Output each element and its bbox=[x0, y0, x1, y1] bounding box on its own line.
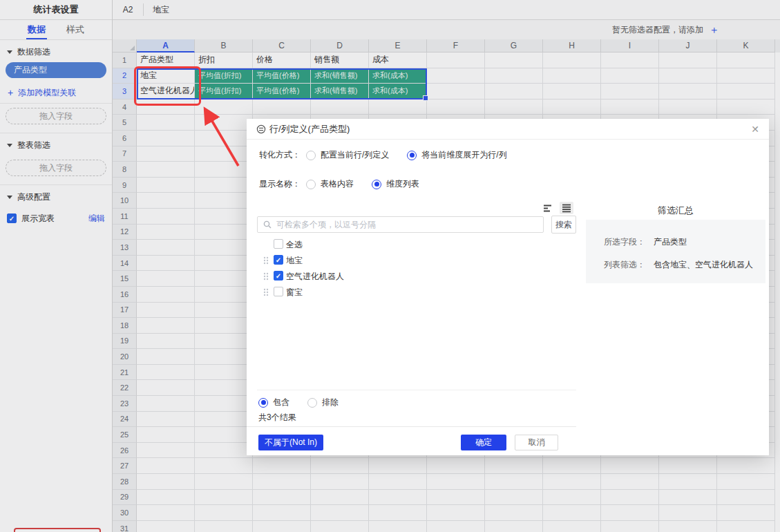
summary-row: 所选字段： 产品类型 bbox=[604, 236, 765, 248]
display-name-label: 显示名称： bbox=[259, 178, 306, 190]
summary-box: 所选字段： 产品类型 列表筛选： 包含地宝、空气进化机器人 bbox=[586, 220, 765, 283]
radio-expand-dimension[interactable]: 将当前维度展开为行/列 bbox=[407, 149, 506, 161]
cancel-button[interactable]: 取消 bbox=[515, 435, 558, 450]
item-label: 窗宝 bbox=[286, 287, 303, 298]
summary-filter-value: 包含地宝、空气进化机器人 bbox=[654, 259, 753, 271]
radio-include[interactable]: 包含 bbox=[258, 397, 289, 408]
select-all-label: 全选 bbox=[286, 239, 303, 251]
divider bbox=[257, 390, 576, 390]
list-item[interactable]: ✓ 地宝 bbox=[257, 252, 576, 268]
list-item[interactable]: ✓ 空气进化机器人 bbox=[257, 268, 576, 284]
radio-table-content[interactable]: 表格内容 bbox=[306, 178, 354, 190]
radio-icon bbox=[307, 398, 317, 408]
summary-field-value: 产品类型 bbox=[654, 236, 687, 248]
summary-field-label: 所选字段： bbox=[604, 236, 654, 248]
radio-config-current[interactable]: 配置当前行/列定义 bbox=[306, 149, 389, 161]
radio-exclude-label: 排除 bbox=[322, 397, 339, 408]
drag-handle-icon[interactable] bbox=[263, 288, 269, 296]
not-in-button[interactable]: 不属于(Not In) bbox=[258, 435, 323, 450]
close-icon[interactable]: ✕ bbox=[751, 124, 759, 135]
list-item-select-all[interactable]: 全选 bbox=[257, 236, 576, 252]
dialog-header: 行/列定义(产品类型) ✕ bbox=[247, 119, 769, 140]
row-col-define-icon bbox=[256, 124, 266, 134]
radio-icon bbox=[372, 180, 381, 189]
include-exclude-row: 包含 排除 bbox=[258, 397, 356, 408]
item-checkbox[interactable]: ✓ bbox=[274, 255, 283, 265]
display-name-row: 显示名称： 表格内容 维度列表 bbox=[259, 178, 437, 190]
summary-title: 筛选汇总 bbox=[586, 205, 765, 217]
dialog-body: 转化方式： 配置当前行/列定义 将当前维度展开为行/列 显示名称： 表格内容 bbox=[247, 140, 769, 455]
radio-icon bbox=[306, 180, 316, 189]
radio-icon bbox=[306, 151, 316, 160]
drag-handle-icon[interactable] bbox=[263, 256, 269, 265]
row-col-define-dialog: 行/列定义(产品类型) ✕ 转化方式： 配置当前行/列定义 将当前维度展开为行/… bbox=[247, 119, 769, 455]
transform-row: 转化方式： 配置当前行/列定义 将当前维度展开为行/列 bbox=[259, 149, 525, 161]
radio-icon bbox=[407, 151, 417, 160]
summary-row: 列表筛选： 包含地宝、空气进化机器人 bbox=[604, 259, 765, 271]
radio-exclude[interactable]: 排除 bbox=[307, 397, 339, 408]
radio-dimension-list-label: 维度列表 bbox=[386, 178, 419, 190]
app-root: 统计表设置 数据 样式 数据筛选 产品类型 + 添加跨模型关联 拖入字段 整表筛… bbox=[0, 0, 780, 532]
search-button[interactable]: 搜索 bbox=[551, 216, 576, 234]
item-checkbox[interactable]: ✓ bbox=[274, 271, 283, 281]
transform-label: 转化方式： bbox=[259, 149, 306, 161]
sort-list-icon[interactable] bbox=[541, 202, 555, 214]
select-all-checkbox[interactable] bbox=[274, 239, 283, 249]
search-placeholder: 可检索多个项，以逗号分隔 bbox=[276, 219, 376, 231]
radio-include-label: 包含 bbox=[273, 397, 289, 408]
value-list: 全选 ✓ 地宝 ✓ 空气进化机器人 窗宝 bbox=[257, 236, 576, 300]
dialog-title: 行/列定义(产品类型) bbox=[269, 123, 350, 135]
radio-dimension-list[interactable]: 维度列表 bbox=[372, 178, 419, 190]
search-icon bbox=[263, 220, 272, 229]
radio-icon bbox=[258, 398, 268, 408]
dense-list-icon[interactable] bbox=[560, 202, 573, 214]
list-item[interactable]: 窗宝 bbox=[257, 284, 576, 300]
item-label: 地宝 bbox=[286, 255, 303, 267]
summary-filter-label: 列表筛选： bbox=[604, 259, 654, 271]
radio-table-content-label: 表格内容 bbox=[321, 178, 354, 190]
item-label: 空气进化机器人 bbox=[286, 271, 344, 283]
list-view-toggles bbox=[541, 202, 573, 214]
ok-button[interactable]: 确定 bbox=[461, 435, 506, 450]
result-count: 共3个结果 bbox=[258, 412, 296, 424]
drag-handle-icon[interactable] bbox=[263, 272, 269, 281]
radio-expand-dimension-label: 将当前维度展开为行/列 bbox=[421, 149, 506, 161]
divider bbox=[247, 426, 576, 427]
search-input[interactable]: 可检索多个项，以逗号分隔 bbox=[257, 216, 544, 233]
item-checkbox[interactable] bbox=[274, 287, 283, 296]
radio-config-current-label: 配置当前行/列定义 bbox=[321, 149, 389, 161]
